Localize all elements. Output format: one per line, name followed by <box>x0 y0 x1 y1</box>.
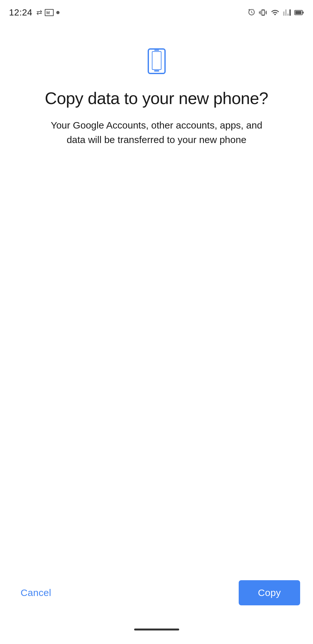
copy-button[interactable]: Copy <box>239 580 300 605</box>
phone-icon-wrapper <box>144 48 170 75</box>
dot-icon <box>56 11 60 14</box>
svg-rect-4 <box>302 12 304 14</box>
nav-bar <box>0 621 313 644</box>
mail-icon: M <box>45 9 54 16</box>
main-content: Copy data to your new phone? Your Google… <box>0 23 313 571</box>
svg-rect-3 <box>295 11 301 14</box>
battery-icon <box>294 8 304 17</box>
svg-rect-6 <box>152 52 161 70</box>
svg-rect-7 <box>154 70 159 72</box>
status-icons-left: ⇄ M <box>36 8 60 17</box>
nav-indicator <box>134 629 179 630</box>
status-bar: 12:24 ⇄ M <box>0 0 313 23</box>
signal-icon <box>283 8 291 17</box>
phone-icon <box>144 48 170 74</box>
arrows-icon: ⇄ <box>36 8 42 17</box>
page-title: Copy data to your new phone? <box>45 88 268 108</box>
vibrate-icon <box>259 8 267 17</box>
alarm-icon <box>247 8 256 17</box>
svg-text:M: M <box>46 10 50 15</box>
status-bar-right <box>247 8 304 17</box>
cancel-button[interactable]: Cancel <box>13 581 59 605</box>
bottom-section: Cancel Copy <box>0 571 313 621</box>
page-subtitle: Your Google Accounts, other accounts, ap… <box>44 118 269 147</box>
wifi-icon <box>271 8 280 17</box>
status-bar-left: 12:24 ⇄ M <box>9 7 60 18</box>
status-time: 12:24 <box>9 7 32 18</box>
